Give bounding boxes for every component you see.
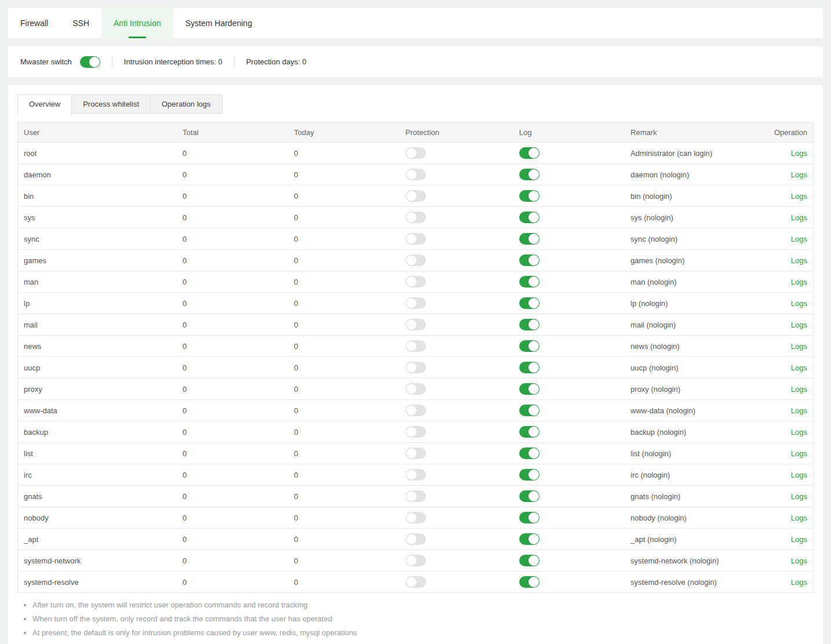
user-cell: uucp bbox=[18, 357, 177, 379]
log-toggle[interactable] bbox=[519, 297, 540, 309]
protection-toggle[interactable] bbox=[406, 576, 426, 588]
log-toggle[interactable] bbox=[519, 426, 540, 438]
log-toggle[interactable] bbox=[519, 276, 540, 288]
logs-link[interactable]: Logs bbox=[791, 471, 807, 479]
protection-toggle[interactable] bbox=[406, 533, 426, 545]
log-toggle[interactable] bbox=[519, 254, 540, 266]
user-table: UserTotalTodayProtectionLogRemarkOperati… bbox=[17, 122, 814, 593]
protection-toggle[interactable] bbox=[406, 340, 426, 352]
protection-toggle[interactable] bbox=[406, 319, 426, 330]
toggle-knob bbox=[529, 491, 539, 501]
sub-tab[interactable]: Process whitelist bbox=[71, 94, 151, 114]
log-toggle[interactable] bbox=[519, 469, 540, 481]
column-header: Today bbox=[288, 123, 399, 143]
remark-cell: backup (nologin) bbox=[625, 421, 768, 443]
remark-cell: games (nologin) bbox=[625, 250, 768, 271]
top-tab-label: SSH bbox=[72, 19, 89, 28]
total-cell: 0 bbox=[177, 250, 288, 271]
top-tab[interactable]: System Hardening bbox=[173, 8, 264, 38]
log-toggle[interactable] bbox=[519, 212, 540, 223]
toggle-knob bbox=[406, 577, 417, 587]
toggle-knob bbox=[406, 212, 417, 223]
today-cell: 0 bbox=[288, 379, 399, 400]
logs-link[interactable]: Logs bbox=[791, 363, 807, 372]
protection-toggle[interactable] bbox=[406, 426, 426, 438]
logs-link[interactable]: Logs bbox=[791, 278, 807, 286]
today-cell: 0 bbox=[288, 207, 399, 228]
toolbar: Mwaster switch Intrusion interception ti… bbox=[8, 46, 823, 77]
top-tab[interactable]: Anti Intrusion bbox=[101, 8, 173, 38]
user-table-body: root 0 0 Administrator (can login) Logs … bbox=[18, 143, 814, 593]
table-row: backup 0 0 backup (nologin) Logs bbox=[18, 421, 814, 443]
log-toggle[interactable] bbox=[519, 447, 540, 459]
log-toggle[interactable] bbox=[519, 576, 540, 588]
total-cell: 0 bbox=[177, 357, 288, 379]
logs-link[interactable]: Logs bbox=[791, 342, 807, 351]
log-toggle[interactable] bbox=[519, 383, 540, 395]
log-toggle[interactable] bbox=[519, 490, 540, 502]
log-toggle[interactable] bbox=[519, 533, 540, 545]
logs-link[interactable]: Logs bbox=[791, 428, 807, 436]
logs-link[interactable]: Logs bbox=[791, 514, 807, 522]
protection-toggle[interactable] bbox=[406, 362, 426, 373]
protection-toggle[interactable] bbox=[406, 212, 426, 223]
top-tab[interactable]: SSH bbox=[60, 8, 101, 38]
log-toggle[interactable] bbox=[519, 512, 540, 523]
logs-link[interactable]: Logs bbox=[791, 406, 807, 415]
table-row: www-data 0 0 www-data (nologin) Logs bbox=[18, 400, 814, 421]
logs-link[interactable]: Logs bbox=[791, 256, 807, 265]
protection-toggle[interactable] bbox=[406, 469, 426, 481]
table-row: proxy 0 0 proxy (nologin) Logs bbox=[18, 379, 814, 400]
today-cell: 0 bbox=[288, 357, 399, 379]
logs-link[interactable]: Logs bbox=[791, 492, 807, 501]
logs-link[interactable]: Logs bbox=[791, 299, 807, 308]
today-cell: 0 bbox=[288, 486, 399, 507]
logs-link[interactable]: Logs bbox=[791, 213, 807, 222]
logs-link[interactable]: Logs bbox=[791, 170, 807, 179]
remark-cell: lp (nologin) bbox=[625, 293, 768, 314]
logs-link[interactable]: Logs bbox=[791, 149, 807, 158]
table-header-row: UserTotalTodayProtectionLogRemarkOperati… bbox=[18, 123, 814, 143]
sub-tab[interactable]: Overview bbox=[17, 94, 72, 115]
logs-link[interactable]: Logs bbox=[791, 449, 807, 458]
logs-link[interactable]: Logs bbox=[791, 556, 807, 565]
column-header: User bbox=[18, 123, 177, 143]
protection-toggle[interactable] bbox=[406, 447, 426, 459]
protection-toggle[interactable] bbox=[406, 233, 426, 245]
log-toggle[interactable] bbox=[519, 405, 540, 416]
protection-toggle[interactable] bbox=[406, 190, 426, 202]
logs-link[interactable]: Logs bbox=[791, 578, 807, 587]
logs-link[interactable]: Logs bbox=[791, 321, 807, 329]
master-switch-toggle[interactable] bbox=[80, 56, 100, 68]
log-toggle[interactable] bbox=[519, 340, 540, 352]
log-toggle[interactable] bbox=[519, 233, 540, 245]
logs-link[interactable]: Logs bbox=[791, 535, 807, 544]
log-toggle[interactable] bbox=[519, 147, 540, 159]
log-toggle[interactable] bbox=[519, 169, 540, 180]
log-toggle[interactable] bbox=[519, 362, 540, 373]
protection-toggle[interactable] bbox=[406, 276, 426, 288]
logs-link[interactable]: Logs bbox=[791, 235, 807, 243]
total-cell: 0 bbox=[177, 185, 288, 207]
protection-toggle[interactable] bbox=[406, 512, 426, 523]
protection-toggle[interactable] bbox=[406, 405, 426, 416]
protection-toggle[interactable] bbox=[406, 147, 426, 159]
top-tab[interactable]: Firewall bbox=[8, 8, 60, 38]
total-cell: 0 bbox=[177, 164, 288, 185]
log-toggle[interactable] bbox=[519, 319, 540, 330]
sub-tab[interactable]: Operation logs bbox=[150, 94, 223, 114]
remark-cell: systemd-network (nologin) bbox=[625, 550, 768, 572]
protection-toggle[interactable] bbox=[406, 169, 426, 180]
today-cell: 0 bbox=[288, 464, 399, 486]
protection-toggle[interactable] bbox=[406, 555, 426, 566]
log-toggle[interactable] bbox=[519, 190, 540, 202]
table-row: list 0 0 list (nologin) Logs bbox=[18, 443, 814, 464]
protection-toggle[interactable] bbox=[406, 383, 426, 395]
protection-toggle[interactable] bbox=[406, 254, 426, 266]
logs-link[interactable]: Logs bbox=[791, 192, 807, 201]
log-toggle[interactable] bbox=[519, 555, 540, 566]
logs-link[interactable]: Logs bbox=[791, 385, 807, 394]
protection-toggle[interactable] bbox=[406, 490, 426, 502]
table-row: irc 0 0 irc (nologin) Logs bbox=[18, 464, 814, 486]
protection-toggle[interactable] bbox=[406, 297, 426, 309]
